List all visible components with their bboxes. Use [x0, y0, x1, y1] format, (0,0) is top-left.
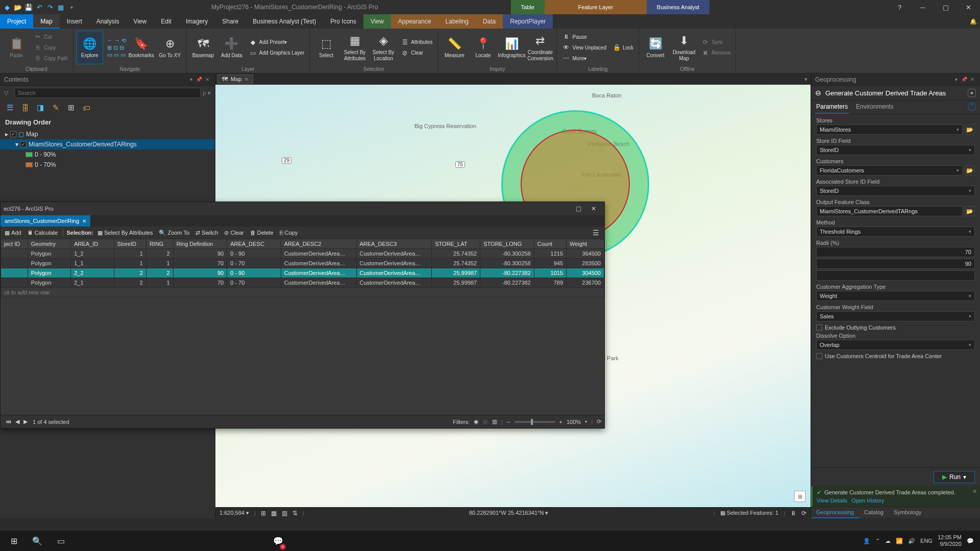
tab-reportplayer[interactable]: ReportPlayer	[503, 14, 553, 29]
tray-lang[interactable]: ENG	[920, 538, 933, 544]
zoom-pct[interactable]: 100%	[567, 419, 581, 425]
snap-icon[interactable]: ⊞	[261, 510, 266, 517]
list-by-labeling-icon[interactable]: 🏷	[81, 102, 92, 113]
autohide-icon[interactable]: ▾	[187, 77, 194, 82]
scale-field[interactable]: 1:620,584 ▾	[219, 510, 249, 516]
lock-button[interactable]: 🔒Lock	[610, 42, 635, 53]
storeid-input[interactable]: StoreID▾	[816, 145, 975, 155]
adddata-button[interactable]: ➕Add Data	[218, 31, 245, 64]
pin-icon[interactable]: 📌	[195, 77, 203, 82]
close-button[interactable]: ✕	[957, 0, 980, 14]
tab-share[interactable]: Share	[215, 14, 246, 29]
tab-analysis[interactable]: Analysis	[89, 14, 127, 29]
notifications-icon[interactable]: 💬	[967, 538, 974, 544]
first-icon[interactable]: ⏮	[4, 418, 13, 424]
table-row[interactable]: Polygon2_121700 - 70CustomerDerivedArea……	[1, 278, 604, 288]
radii-input-0[interactable]	[816, 247, 975, 257]
convert-button[interactable]: 🔄Convert	[642, 31, 669, 64]
col-header[interactable]: Ring Definition	[173, 239, 227, 249]
sync-button[interactable]: ⟳Sync	[699, 37, 732, 47]
tab-data[interactable]: Data	[476, 14, 503, 29]
assoc-input[interactable]: StoreID▾	[816, 186, 975, 196]
list-by-snapping-icon[interactable]: ⊞	[65, 102, 77, 113]
radii-input-2[interactable]	[816, 270, 975, 281]
selected-count[interactable]: ▦ Selected Features: 1	[720, 510, 779, 516]
tab-edit[interactable]: Edit	[154, 14, 179, 29]
col-header[interactable]: RING	[146, 239, 173, 249]
attr-tab[interactable]: amiStores_CustomerDeriRing✕	[1, 215, 90, 227]
col-header[interactable]: STORE_LAT	[432, 239, 480, 249]
coordconv-button[interactable]: ⇄Coordinate Conversion	[527, 31, 553, 64]
zoom-slider[interactable]	[514, 421, 555, 423]
delete-button[interactable]: 🗑 Delete	[248, 230, 276, 236]
tab-map[interactable]: Map	[33, 14, 59, 29]
context-tab-business-analyst[interactable]: Business Analyst	[647, 0, 709, 14]
tab-appearance[interactable]: Appearance	[391, 14, 438, 29]
map-view-tab[interactable]: 🗺 Map ✕	[217, 74, 253, 84]
remove-button[interactable]: ✖Remove	[699, 48, 732, 58]
method-input[interactable]: Threshold Rings▾	[816, 227, 975, 237]
add-favorite-icon[interactable]: +	[968, 89, 976, 97]
filter-icon[interactable]: ▽	[4, 90, 12, 96]
search-button[interactable]: 🔍	[26, 531, 49, 551]
output-input[interactable]: MiamiStores_CustomerDerivedTARngs	[816, 206, 963, 216]
undo-icon[interactable]: ↶	[34, 2, 44, 12]
basemap-button[interactable]: 🗺Basemap	[190, 31, 216, 64]
sba-button[interactable]: ▦Select By Attributes	[341, 31, 368, 64]
copy-sel-button[interactable]: ⎘ Copy	[278, 230, 300, 236]
pause-button[interactable]: ⏸Pause	[560, 32, 608, 42]
map-attribution-icon[interactable]: ⊞	[794, 491, 805, 502]
taskview-button[interactable]: ▭	[49, 531, 72, 551]
contents-search-input[interactable]	[14, 88, 201, 98]
clear-button[interactable]: ⊘Clear	[399, 48, 434, 58]
list-by-editing-icon[interactable]: ✎	[50, 102, 61, 113]
filter-sel-icon[interactable]: ◎	[483, 418, 488, 425]
zoom-out-icon[interactable]: −	[507, 419, 510, 425]
switch-button[interactable]: ⇄ Switch	[193, 230, 220, 236]
col-header[interactable]: AREA_ID	[71, 239, 114, 249]
tray-sound-icon[interactable]: 🔊	[908, 538, 915, 544]
zoom-in-icon[interactable]: +	[559, 419, 562, 425]
tab-view[interactable]: View	[126, 14, 154, 29]
measure-button[interactable]: 📏Measure	[441, 31, 468, 64]
viewunplaced-button[interactable]: 👁View Unplaced	[560, 42, 608, 53]
tab-labeling[interactable]: Labeling	[438, 14, 476, 29]
filter-all-icon[interactable]: ◉	[474, 418, 479, 425]
tab-proicons[interactable]: Pro Icons	[323, 14, 363, 29]
col-header[interactable]: Geometry	[28, 239, 70, 249]
copy-button[interactable]: ⎘Copy	[32, 42, 70, 53]
tab-tableview[interactable]: View	[363, 14, 391, 29]
run-button[interactable]: ▶Run ▾	[934, 471, 975, 483]
prev-icon[interactable]: ◀	[13, 418, 21, 424]
list-by-drawing-icon[interactable]: ☰	[4, 102, 15, 113]
col-header[interactable]: AREA_DESC3	[356, 239, 432, 249]
tab-batest[interactable]: Business Analyst (Test)	[246, 14, 323, 29]
list-by-selection-icon[interactable]: ◨	[35, 102, 46, 113]
context-tab-table[interactable]: Table	[511, 0, 545, 14]
start-button[interactable]: ⊞	[2, 531, 26, 551]
toc-layer[interactable]: ▾ MiamiStores_CustomerDerivedTARings	[0, 139, 215, 149]
calculate-button[interactable]: 🖩 Calculate	[26, 230, 60, 236]
tab-imagery[interactable]: Imagery	[179, 14, 215, 29]
clear-sel-button[interactable]: ⊘ Clear	[222, 230, 246, 236]
select-button[interactable]: ⬚Select	[313, 31, 339, 64]
dissolve-input[interactable]: Overlap▾	[816, 340, 975, 350]
tray-up-icon[interactable]: ⌃	[875, 538, 880, 544]
customers-input[interactable]: FloridaCustomers▾	[816, 165, 963, 176]
msg-close-icon[interactable]: ✕	[972, 488, 977, 495]
search-options-icon[interactable]: ρ ▾	[203, 90, 211, 96]
coordinates-field[interactable]: 80.2282901°W 25.4216341°N ▾	[309, 510, 708, 516]
attr-max-icon[interactable]: ▢	[571, 205, 586, 212]
open-icon[interactable]: 📂	[13, 2, 23, 12]
maximize-button[interactable]: ▢	[934, 0, 957, 14]
toc-map[interactable]: ▸ ▢ Map	[0, 129, 215, 139]
toc-class-90[interactable]: 0 - 90%	[0, 149, 215, 160]
table-row[interactable]: Polygon1_212900 - 90CustomerDerivedArea……	[1, 249, 604, 259]
col-header[interactable]: Weight	[567, 239, 604, 249]
gotoxy-button[interactable]: ⊕Go To XY	[157, 31, 183, 64]
open-history-link[interactable]: Open History	[851, 497, 884, 504]
bottom-tab-gp[interactable]: Geoprocessing	[811, 507, 859, 518]
bottom-tab-catalog[interactable]: Catalog	[859, 507, 889, 518]
col-header[interactable]: StoreID	[114, 239, 146, 249]
bookmarks-button[interactable]: 🔖Bookmarks	[128, 31, 155, 64]
